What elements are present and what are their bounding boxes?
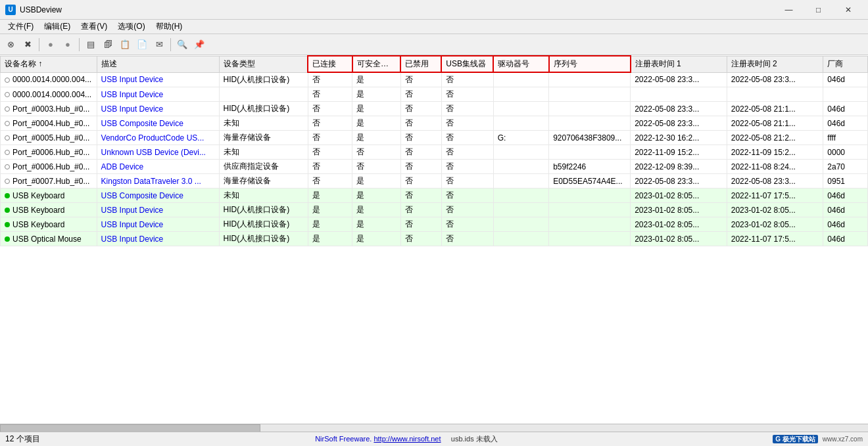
- cell-disabled: 否: [400, 102, 441, 116]
- table-row[interactable]: USB Optical MouseUSB Input DeviceHID(人机接…: [1, 232, 868, 246]
- cell-connected: 否: [308, 131, 352, 145]
- cell-driver: [493, 203, 549, 217]
- cell-serial: [549, 72, 631, 87]
- toolbar-btn-6[interactable]: 🗐: [100, 37, 116, 53]
- toolbar-btn-8[interactable]: 📄: [134, 37, 150, 53]
- cell-type: HID(人机接口设备): [219, 217, 308, 232]
- cell-desc: USB Composite Device: [97, 116, 219, 131]
- toolbar-btn-9[interactable]: ✉: [151, 37, 167, 53]
- cell-name: Port_#0003.Hub_#0...: [1, 102, 97, 116]
- scroll-thumb[interactable]: [0, 424, 260, 432]
- toolbar-separator-2: [79, 38, 80, 51]
- maximize-button[interactable]: □: [804, 0, 833, 20]
- cell-hub: 否: [441, 189, 493, 203]
- toolbar-btn-3[interactable]: ●: [43, 37, 59, 53]
- menu-help[interactable]: 帮助(H): [151, 20, 188, 33]
- toolbar-btn-10[interactable]: 🔍: [174, 37, 190, 53]
- cell-hub: 否: [441, 116, 493, 131]
- toolbar-btn-11[interactable]: 📌: [191, 37, 207, 53]
- table-row[interactable]: 0000.0014.0000.004...USB Input DeviceHID…: [1, 72, 868, 87]
- cell-safe: 是: [352, 203, 400, 217]
- toolbar-separator-1: [39, 38, 39, 51]
- toolbar-btn-1[interactable]: ⊗: [3, 37, 18, 53]
- table-row[interactable]: Port_#0006.Hub_#0...Unknown USB Device (…: [1, 145, 868, 160]
- col-header-safe[interactable]: 可安全拔除: [352, 56, 400, 72]
- col-header-vendor[interactable]: 厂商: [823, 56, 868, 72]
- table-row[interactable]: USB KeyboardUSB Input DeviceHID(人机接口设备)是…: [1, 217, 868, 232]
- menu-options[interactable]: 选项(O): [112, 20, 150, 33]
- cell-name: USB Keyboard: [1, 189, 97, 203]
- cell-type: HID(人机接口设备): [219, 232, 308, 246]
- table-row[interactable]: 0000.0014.0000.004...USB Input Device否是否…: [1, 87, 868, 102]
- menu-file[interactable]: 文件(F): [3, 20, 39, 33]
- cell-driver: [493, 102, 549, 116]
- table-row[interactable]: Port_#0003.Hub_#0...USB Input DeviceHID(…: [1, 102, 868, 116]
- cell-hub: 否: [441, 217, 493, 232]
- cell-reg2: 2023-01-02 8:05...: [727, 217, 823, 232]
- col-header-serial[interactable]: 序列号: [549, 56, 631, 72]
- usb-ids-status: usb.ids 未载入: [451, 435, 498, 443]
- table-row[interactable]: USB KeyboardUSB Input DeviceHID(人机接口设备)是…: [1, 203, 868, 217]
- title-bar: U USBDeview — □ ✕: [0, 0, 868, 20]
- toolbar-btn-2[interactable]: ✖: [20, 37, 36, 53]
- cell-type: HID(人机接口设备): [219, 102, 308, 116]
- table-container[interactable]: 设备名称 ↑ 描述 设备类型 已连接 可安全拔除 已禁用 USB集线器 驱动器号…: [0, 55, 868, 424]
- menu-edit[interactable]: 编辑(E): [39, 20, 76, 33]
- cell-serial: [549, 87, 631, 102]
- cell-reg1: 2022-05-08 23:3...: [631, 116, 727, 131]
- col-header-name[interactable]: 设备名称 ↑: [1, 56, 97, 72]
- col-header-reg1[interactable]: 注册表时间 1: [631, 56, 727, 72]
- cell-driver: [493, 174, 549, 189]
- cell-hub: 否: [441, 131, 493, 145]
- nirsoft-url[interactable]: http://www.nirsoft.net: [374, 435, 441, 443]
- cell-name: USB Optical Mouse: [1, 232, 97, 246]
- menu-view[interactable]: 查看(V): [76, 20, 112, 33]
- col-header-connected[interactable]: 已连接: [308, 56, 352, 72]
- cell-serial: [549, 203, 631, 217]
- status-dot-icon: [5, 236, 10, 242]
- cell-safe: 否: [352, 145, 400, 160]
- table-row[interactable]: Port_#0007.Hub_#0...Kingston DataTravele…: [1, 174, 868, 189]
- cell-serial: E0D55EA574A4E...: [549, 174, 631, 189]
- cell-disabled: 否: [400, 145, 441, 160]
- table-row[interactable]: USB KeyboardUSB Composite Device未知是是否否20…: [1, 189, 868, 203]
- cell-connected: 是: [308, 189, 352, 203]
- table-row[interactable]: Port_#0004.Hub_#0...USB Composite Device…: [1, 116, 868, 131]
- cell-reg2: 2022-05-08 23:3...: [727, 72, 823, 87]
- status-dot-icon: [5, 150, 10, 155]
- table-row[interactable]: Port_#0006.Hub_#0...ADB Device供应商指定设备否否否…: [1, 160, 868, 174]
- horizontal-scrollbar[interactable]: [0, 424, 868, 432]
- cell-vendor: ffff: [823, 131, 868, 145]
- cell-driver: [493, 189, 549, 203]
- close-button[interactable]: ✕: [833, 0, 863, 20]
- menu-bar: 文件(F) 编辑(E) 查看(V) 选项(O) 帮助(H): [0, 20, 868, 34]
- cell-vendor: 0000: [823, 145, 868, 160]
- scroll-track[interactable]: [0, 424, 868, 432]
- device-table: 设备名称 ↑ 描述 设备类型 已连接 可安全拔除 已禁用 USB集线器 驱动器号…: [0, 55, 868, 246]
- status-dot-icon: [5, 106, 10, 112]
- minimize-button[interactable]: —: [774, 0, 804, 20]
- table-row[interactable]: Port_#0005.Hub_#0...VendorCo ProductCode…: [1, 131, 868, 145]
- cell-safe: 是: [352, 116, 400, 131]
- col-header-type[interactable]: 设备类型: [219, 56, 308, 72]
- toolbar-btn-7[interactable]: 📋: [117, 37, 133, 53]
- cell-desc: Unknown USB Device (Devi...: [97, 145, 219, 160]
- cell-hub: 否: [441, 174, 493, 189]
- cell-desc: ADB Device: [97, 160, 219, 174]
- watermark-site: www.xz7.com: [823, 435, 863, 443]
- col-header-reg2[interactable]: 注册表时间 2: [727, 56, 823, 72]
- col-header-driver[interactable]: 驱动器号: [493, 56, 549, 72]
- cell-reg2: 2022-11-09 15:2...: [727, 145, 823, 160]
- cell-reg1: 2022-05-08 23:3...: [631, 174, 727, 189]
- cell-desc: USB Input Device: [97, 102, 219, 116]
- cell-reg2: 2022-05-08 23:3...: [727, 174, 823, 189]
- cell-disabled: 否: [400, 217, 441, 232]
- col-header-hub[interactable]: USB集线器: [441, 56, 493, 72]
- cell-reg1: 2022-05-08 23:3...: [631, 72, 727, 87]
- col-header-disabled[interactable]: 已禁用: [400, 56, 441, 72]
- col-header-desc[interactable]: 描述: [97, 56, 219, 72]
- cell-desc: VendorCo ProductCode US...: [97, 131, 219, 145]
- toolbar-btn-5[interactable]: ▤: [83, 37, 99, 53]
- app-icon: U: [5, 5, 16, 15]
- toolbar-btn-4[interactable]: ●: [60, 37, 76, 53]
